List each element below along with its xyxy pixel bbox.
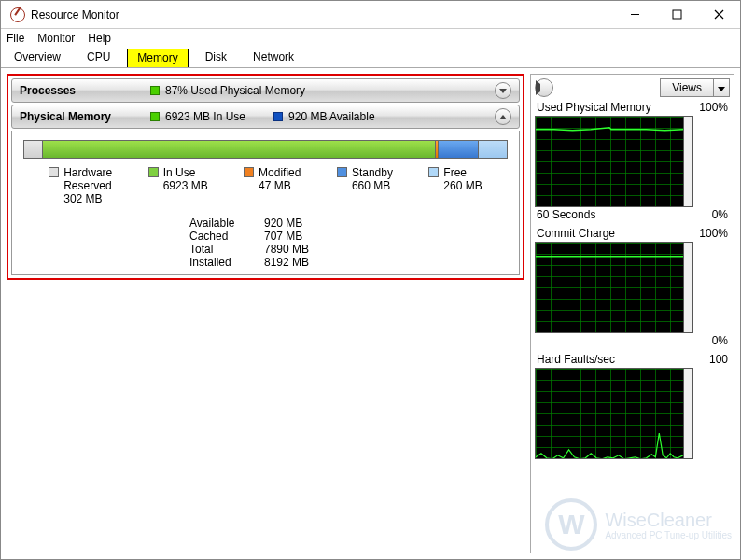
window-controls (614, 1, 740, 29)
available-color-icon (273, 112, 283, 121)
graph-scale-bar (684, 116, 693, 207)
legend-value: 260 MB (443, 179, 482, 192)
app-window: Resource Monitor File Monitor Help Overv… (0, 0, 741, 560)
close-button[interactable] (698, 1, 740, 29)
legend-name: Hardware (63, 166, 112, 179)
chevron-right-icon (536, 80, 552, 95)
tab-disk[interactable]: Disk (196, 49, 236, 66)
minimize-button[interactable] (614, 1, 656, 29)
graph-xlabel: 60 Seconds (537, 208, 712, 221)
available-info: 920 MB Available (273, 110, 375, 123)
square-icon (428, 167, 439, 177)
legend-hardware-reserved: Hardware Reserved 302 MB (49, 166, 112, 205)
tab-network[interactable]: Network (244, 49, 303, 66)
chevron-down-icon (499, 89, 507, 93)
physical-memory-header[interactable]: Physical Memory 6923 MB In Use 920 MB Av… (11, 105, 520, 129)
left-pane: Processes 87% Used Physical Memory Physi… (7, 74, 524, 553)
graph-min: 0% (712, 208, 728, 221)
graph-min: 0% (712, 334, 728, 347)
graph-title: Commit Charge (537, 227, 699, 240)
legend-modified: Modified 47 MB (244, 166, 301, 205)
maximize-button[interactable] (656, 1, 698, 29)
legend-value: 660 MB (352, 179, 390, 192)
legend-name: In Use (163, 166, 196, 179)
graph-title: Hard Faults/sec (537, 353, 709, 366)
in-use-color-icon (150, 112, 160, 121)
graph-canvas (535, 242, 684, 333)
graph-scale-bar (684, 242, 693, 333)
graph-used-physical-memory: Used Physical Memory100% 60 Seconds0% (535, 101, 730, 221)
menu-file[interactable]: File (7, 32, 24, 45)
processes-usage-text: 87% Used Physical Memory (165, 84, 305, 97)
legend-standby: Standby 660 MB (337, 166, 393, 205)
tab-overview[interactable]: Overview (5, 49, 70, 66)
graph-hard-faults: Hard Faults/sec100 (535, 353, 730, 459)
processes-usage: 87% Used Physical Memory (150, 84, 305, 97)
collapse-pane-button[interactable] (535, 78, 553, 97)
right-pane: Views Used Physical Memory100% 60 Second… (530, 74, 734, 553)
legend-value: 6923 MB (163, 179, 208, 192)
content-area: Processes 87% Used Physical Memory Physi… (1, 68, 740, 559)
processes-label: Processes (20, 84, 150, 97)
square-icon (244, 167, 254, 177)
total-value: 920 MB (264, 217, 329, 230)
legend-name: Standby (352, 166, 393, 179)
total-value: 8192 MB (264, 256, 329, 269)
square-icon (49, 167, 59, 177)
segment-standby (439, 141, 479, 158)
square-icon (148, 167, 159, 177)
triangle-down-icon (718, 87, 725, 91)
total-value: 707 MB (264, 230, 329, 243)
tabbar: Overview CPU Memory Disk Network (1, 48, 740, 68)
right-toolbar: Views (535, 78, 730, 97)
legend-value: 302 MB (63, 192, 102, 205)
graph-max: 100 (709, 353, 728, 366)
memory-legend: Hardware Reserved 302 MB In Use 6923 MB (21, 166, 510, 205)
square-icon (337, 167, 347, 177)
views-button[interactable]: Views (660, 78, 714, 97)
total-key: Cached (189, 230, 264, 243)
total-key: Total (189, 243, 264, 256)
total-key: Installed (189, 256, 264, 269)
views-dropdown-button[interactable] (714, 78, 730, 97)
segment-hardware-reserved (24, 141, 43, 158)
graph-commit-charge: Commit Charge100% 0% (535, 227, 730, 347)
collapse-physical-button[interactable] (495, 108, 511, 125)
available-text: 920 MB Available (288, 110, 375, 123)
highlight-box: Processes 87% Used Physical Memory Physi… (7, 74, 524, 280)
graph-canvas (535, 368, 684, 459)
legend-free: Free 260 MB (428, 166, 482, 205)
total-value: 7890 MB (264, 243, 329, 256)
menu-help[interactable]: Help (88, 32, 111, 45)
titlebar: Resource Monitor (1, 1, 740, 29)
total-key: Available (189, 217, 264, 230)
graph-max: 100% (699, 227, 728, 240)
graph-scale-bar (684, 368, 693, 459)
legend-in-use: In Use 6923 MB (148, 166, 208, 205)
app-icon (10, 7, 25, 22)
segment-in-use (43, 141, 436, 158)
physical-memory-label: Physical Memory (20, 110, 150, 123)
usage-color-icon (150, 86, 160, 95)
graph-max: 100% (699, 101, 728, 114)
menubar: File Monitor Help (1, 29, 740, 48)
menu-monitor[interactable]: Monitor (37, 32, 75, 45)
in-use-text: 6923 MB In Use (165, 110, 245, 123)
memory-bar (23, 140, 508, 159)
graph-canvas (535, 116, 684, 207)
processes-header[interactable]: Processes 87% Used Physical Memory (11, 78, 520, 103)
legend-value: 47 MB (259, 179, 291, 192)
expand-processes-button[interactable] (495, 82, 511, 99)
physical-memory-body: Hardware Reserved 302 MB In Use 6923 MB (11, 131, 520, 275)
tab-memory[interactable]: Memory (127, 49, 188, 67)
window-title: Resource Monitor (31, 8, 614, 21)
tab-cpu[interactable]: CPU (77, 49, 119, 66)
graph-title: Used Physical Memory (537, 101, 699, 114)
views-control: Views (660, 78, 730, 97)
chevron-up-icon (499, 115, 507, 119)
legend-name: Modified (259, 166, 301, 179)
svg-rect-1 (673, 10, 681, 19)
legend-name2: Reserved (63, 179, 111, 192)
memory-totals: Available920 MB Cached707 MB Total7890 M… (189, 217, 510, 269)
segment-free (479, 141, 507, 158)
